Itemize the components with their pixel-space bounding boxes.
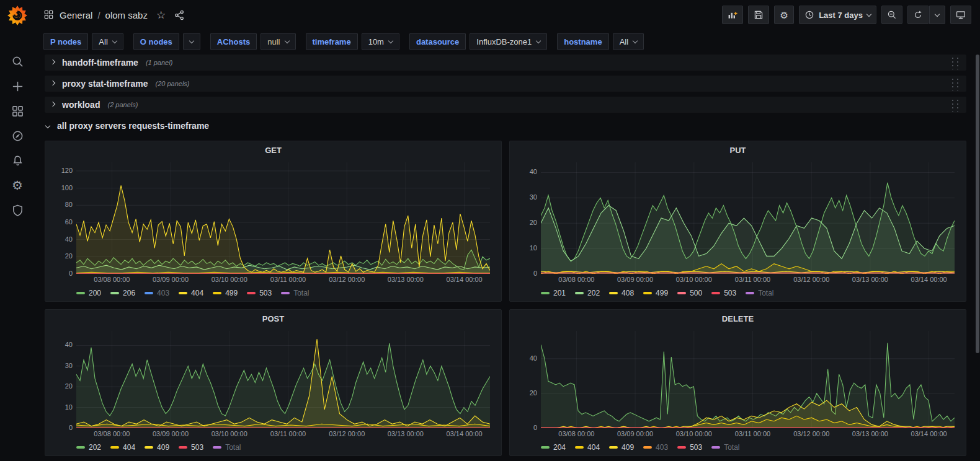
legend-label: 404 <box>123 443 135 452</box>
legend-item-409[interactable]: 409 <box>145 443 169 452</box>
legend-item-408[interactable]: 408 <box>609 289 634 297</box>
variable-value-dropdown[interactable]: All <box>92 33 123 50</box>
legend-item-200[interactable]: 200 <box>76 289 101 297</box>
legend-color-swatch <box>609 292 618 294</box>
y-axis-tick-label: 20 <box>51 382 73 390</box>
row-panel-count: (1 panel) <box>146 59 172 66</box>
time-range-picker[interactable]: Last 7 days <box>799 6 876 24</box>
explore-compass-icon[interactable] <box>11 129 24 143</box>
zoom-out-button[interactable] <box>881 6 902 24</box>
save-dashboard-button[interactable] <box>748 6 769 24</box>
legend-item-403[interactable]: 403 <box>643 443 668 452</box>
dashboards-icon[interactable] <box>11 104 24 118</box>
panel-title[interactable]: GET <box>51 146 495 157</box>
y-axis-tick-label: 80 <box>51 201 73 208</box>
legend-item-503[interactable]: 503 <box>711 289 736 297</box>
legend-item-202[interactable]: 202 <box>575 289 600 297</box>
legend-item-503[interactable]: 503 <box>677 443 702 452</box>
legend-item-499[interactable]: 499 <box>643 289 668 297</box>
refresh-button[interactable] <box>907 6 929 24</box>
row-header-collapsed[interactable]: workload (2 panels) <box>45 97 966 113</box>
legend-label: 503 <box>690 443 702 452</box>
legend-item-total[interactable]: Total <box>213 443 241 452</box>
legend-item-202[interactable]: 202 <box>76 443 101 452</box>
star-icon[interactable]: ☆ <box>156 10 166 20</box>
chart-panel: DELETE 03/08 00:0003/09 00:0003/10 00:00… <box>509 309 966 456</box>
dashboard-title[interactable]: olom sabz <box>105 10 148 20</box>
x-axis-tick-label: 03/13 00:00 <box>388 276 424 283</box>
row-header-collapsed[interactable]: handoff-timeframe (1 panel) <box>45 55 966 71</box>
legend-item-404[interactable]: 404 <box>179 289 203 297</box>
dashboard-breadcrumb-icon <box>43 7 60 22</box>
legend-item-499[interactable]: 499 <box>213 289 238 297</box>
dashboard-settings-button[interactable]: ⚙ <box>774 6 794 24</box>
legend-item-206[interactable]: 206 <box>110 289 135 297</box>
legend-item-503[interactable]: 503 <box>247 289 272 297</box>
legend-item-503[interactable]: 503 <box>179 443 203 452</box>
legend-item-500[interactable]: 500 <box>677 289 702 297</box>
legend-item-404[interactable]: 404 <box>110 443 135 452</box>
row-header-collapsed[interactable]: proxy stat-timeframe (20 panels) <box>45 76 966 92</box>
search-icon[interactable] <box>11 55 24 68</box>
legend-label: 403 <box>656 443 668 452</box>
y-axis-tick-label: 20 <box>51 252 73 260</box>
legend-item-total[interactable]: Total <box>711 443 739 452</box>
legend-item-total[interactable]: Total <box>746 289 773 297</box>
legend-item-201[interactable]: 201 <box>541 289 566 297</box>
row-title: workload <box>62 100 100 110</box>
panel-legend: 200206403404499503Total <box>51 286 495 300</box>
row-drag-handle[interactable] <box>950 56 960 69</box>
add-panel-button[interactable] <box>722 6 743 24</box>
breadcrumb-folder[interactable]: General <box>60 10 92 20</box>
legend-item-409[interactable]: 409 <box>609 443 634 452</box>
x-axis-tick-label: 03/13 00:00 <box>852 430 888 437</box>
refresh-interval-dropdown[interactable] <box>929 6 945 24</box>
grafana-logo[interactable] <box>7 5 28 26</box>
row-drag-handle[interactable] <box>950 99 960 112</box>
panel-title[interactable]: PUT <box>516 146 960 157</box>
legend-label: 503 <box>191 443 203 452</box>
legend-item-204[interactable]: 204 <box>541 443 566 452</box>
y-axis-tick-label: 20 <box>516 219 537 226</box>
variable-value-dropdown[interactable]: null <box>261 33 295 50</box>
y-axis-tick-label: 120 <box>51 167 73 174</box>
plot-area[interactable]: 03/08 00:0003/09 00:0003/10 00:0003/11 0… <box>76 162 490 274</box>
legend-item-404[interactable]: 404 <box>575 443 600 452</box>
x-axis-tick-label: 03/10 00:00 <box>212 430 247 437</box>
x-axis-tick-label: 03/10 00:00 <box>676 430 712 437</box>
plot-area[interactable]: 03/08 00:0003/09 00:0003/10 00:0003/11 0… <box>541 162 955 274</box>
share-icon[interactable] <box>174 10 185 20</box>
variable-value-dropdown[interactable]: InfluxDB-zone1 <box>470 33 547 50</box>
configuration-gear-icon[interactable]: ⚙ <box>11 178 24 192</box>
legend-color-swatch <box>541 446 550 449</box>
legend-item-403[interactable]: 403 <box>145 289 169 297</box>
x-axis-tick-label: 03/09 00:00 <box>617 430 653 437</box>
variable-value-dropdown[interactable]: All <box>613 33 644 50</box>
cycle-view-mode-button[interactable] <box>950 6 971 24</box>
alerting-bell-icon[interactable] <box>11 154 24 167</box>
row-header-expanded[interactable]: all proxy servers requests-timeframe <box>45 118 966 133</box>
server-admin-shield-icon[interactable] <box>11 203 24 217</box>
plot-area[interactable]: 03/08 00:0003/09 00:0003/10 00:0003/11 0… <box>541 331 955 428</box>
variable-value-dropdown[interactable]: 10m <box>362 33 399 50</box>
legend-label: 202 <box>89 443 101 452</box>
legend-color-swatch <box>110 292 119 294</box>
y-axis-tick-label: 60 <box>51 218 73 226</box>
row-title: proxy stat-timeframe <box>62 79 148 89</box>
legend-item-total[interactable]: Total <box>281 289 309 297</box>
x-axis-tick-label: 03/09 00:00 <box>617 276 653 283</box>
create-plus-icon[interactable] <box>11 79 24 93</box>
plot-area[interactable]: 03/08 00:0003/09 00:0003/10 00:0003/11 0… <box>76 331 490 428</box>
x-axis-tick-label: 03/08 00:00 <box>558 276 594 283</box>
panel-title[interactable]: DELETE <box>516 314 960 326</box>
panel-legend: 201202408499500503Total <box>516 286 960 300</box>
vertical-scrollbar[interactable] <box>976 55 979 353</box>
variable-value-dropdown[interactable] <box>183 33 200 50</box>
panel-title[interactable]: POST <box>51 314 495 326</box>
dashboard-content: handoff-timeframe (1 panel) proxy stat-t… <box>35 55 980 461</box>
row-panel-count: (20 panels) <box>156 80 190 87</box>
chevron-down-icon <box>866 11 871 16</box>
legend-label: 499 <box>656 289 668 297</box>
row-drag-handle[interactable] <box>950 77 960 90</box>
y-axis-tick-label: 100 <box>51 184 73 191</box>
